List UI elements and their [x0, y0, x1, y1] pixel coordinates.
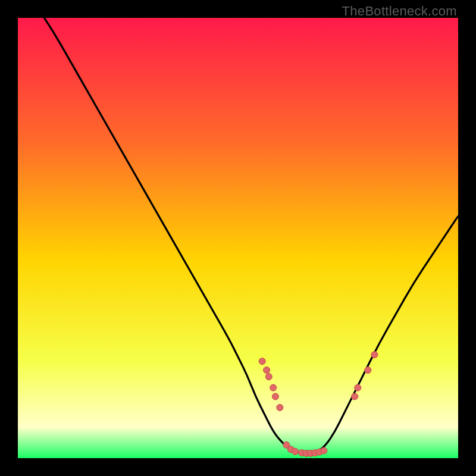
data-point: [352, 393, 358, 400]
watermark-text: TheBottleneck.com: [342, 4, 457, 19]
data-point: [259, 358, 265, 365]
data-point: [277, 404, 283, 411]
data-point: [272, 393, 278, 400]
data-point: [371, 352, 378, 358]
data-point: [321, 447, 327, 454]
data-point: [270, 384, 277, 391]
data-point: [265, 374, 272, 380]
data-point: [264, 367, 270, 374]
data-point: [365, 367, 371, 374]
plot-area: [18, 18, 458, 458]
data-point: [355, 384, 361, 391]
bottleneck-chart: [18, 18, 458, 458]
chart-frame: TheBottleneck.com: [0, 0, 476, 476]
data-point: [292, 448, 299, 455]
